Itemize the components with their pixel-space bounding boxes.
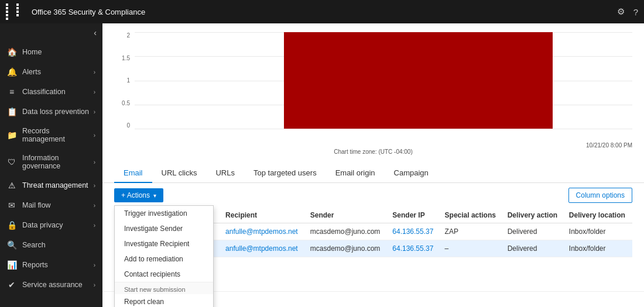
sidebar-item-mail-flow[interactable]: ✉ Mail flow › [0,195,102,215]
column-header-sender-ip: Sender IP [388,208,440,223]
sidebar-item-information-governance[interactable]: 🛡 Information governance › [0,149,102,175]
chevron-down-icon: › [94,202,95,209]
sidebar-item-label: Search [22,241,95,249]
chart-plot [135,32,632,129]
settings-icon[interactable]: ⚙ [617,6,625,17]
column-options-button[interactable]: Column options [568,188,632,203]
main-layout: ‹ 🏠 Home 🔔 Alerts › ≡ Classification › 📋… [0,23,644,307]
sidebar-item-search[interactable]: 🔍 Search [0,235,102,255]
main-content: 21.510.50 10/21/20 8:00 PM Chart time zo… [102,23,644,307]
column-header-recipient: Recipient [221,208,306,223]
chart-timezone: Chart time zone: (UTC -04:00) [114,149,632,155]
tab-email[interactable]: Email [114,164,152,183]
chevron-down-icon: › [94,262,95,268]
table-cell-link[interactable]: anfulle@mtpdemos.net [225,227,298,236]
tab-campaign[interactable]: Campaign [385,164,438,183]
column-header-sender: Sender [306,208,388,223]
reports-icon: 📊 [7,260,16,270]
table-cell: – [440,240,503,257]
sidebar-item-data-loss-prevention[interactable]: 📋 Data loss prevention › [0,102,102,122]
y-axis-label: 1.5 [114,55,130,61]
tabs-bar: EmailURL clicksURLsTop targeted usersEma… [102,164,644,183]
app-grid-icon [6,4,26,20]
table-cell: Delivered [503,223,564,240]
sidebar-item-label: Classification [22,88,94,96]
sidebar-item-threat-management[interactable]: ⚠ Threat management › [0,175,102,195]
sidebar-item-home[interactable]: 🏠 Home [0,42,102,62]
table-cell[interactable]: 64.136.55.37 [388,223,440,240]
sidebar-item-alerts[interactable]: 🔔 Alerts › [0,62,102,82]
collapse-icon: ‹ [94,28,97,37]
service-assurance-icon: ✔ [7,280,16,289]
data-loss-prevention-icon: 📋 [7,107,16,116]
y-axis-label: 0.5 [114,100,130,106]
dropdown-item-investigate-sender[interactable]: Investigate Sender [115,221,213,236]
actions-button[interactable]: + Actions ▾ [114,188,163,202]
table-cell-link[interactable]: anfulle@mtpdemos.net [225,244,298,253]
toolbar: + Actions ▾ Trigger investigationInvesti… [102,183,644,208]
sidebar: ‹ 🏠 Home 🔔 Alerts › ≡ Classification › 📋… [0,23,102,307]
sidebar-item-label: Data loss prevention [22,108,94,116]
sidebar-item-label: Information governance [22,154,94,170]
sidebar-item-label: Reports [22,261,94,269]
table-cell: Inbox/folder [564,240,632,257]
sidebar-item-service-assurance[interactable]: ✔ Service assurance › [0,275,102,295]
column-header-special-actions: Special actions [440,208,503,223]
sidebar-item-data-privacy[interactable]: 🔒 Data privacy › [0,215,102,235]
sidebar-item-records-management[interactable]: 📁 Records management › [0,122,102,149]
help-icon[interactable]: ? [633,7,638,17]
sidebar-item-label: Records management [22,127,94,143]
sidebar-item-reports[interactable]: 📊 Reports › [0,255,102,275]
y-axis-label: 2 [114,32,130,39]
chevron-down-icon: › [94,109,95,115]
chart-area: 21.510.50 10/21/20 8:00 PM Chart time zo… [102,23,644,164]
chevron-down-icon: › [94,132,95,139]
sidebar-item-label: Alerts [22,68,94,76]
threat-management-icon: ⚠ [7,181,16,190]
table-cell: mcasdemo@juno.com [306,240,388,257]
chevron-down-icon: › [94,182,95,189]
sidebar-item-classification[interactable]: ≡ Classification › [0,82,102,102]
chevron-down-icon: › [94,89,95,95]
table-cell-link[interactable]: 64.136.55.37 [392,227,433,236]
dropdown-item-report-clean[interactable]: Report clean [115,294,213,307]
chevron-down-icon: › [94,282,95,288]
column-header-delivery-action: Delivery action [503,208,564,223]
dropdown-item-trigger-investigation[interactable]: Trigger investigation [115,206,213,221]
chart-container: 21.510.50 [114,29,632,140]
tab-urls[interactable]: URLs [206,164,244,183]
actions-dropdown: Trigger investigationInvestigate SenderI… [114,205,214,307]
dropdown-item-contact-recipients[interactable]: Contact recipients [115,267,213,282]
chart-bar [284,32,553,129]
table-cell-link[interactable]: 64.136.55.37 [392,244,433,253]
y-axis-label: 1 [114,77,130,84]
table-cell: Delivered [503,240,564,257]
mail-flow-icon: ✉ [7,201,16,210]
gridline [135,129,632,129]
tab-email-origin[interactable]: Email origin [326,164,385,183]
records-management-icon: 📁 [7,130,16,140]
table-cell[interactable]: anfulle@mtpdemos.net [221,240,306,257]
dropdown-item-add-to-remediation[interactable]: Add to remediation [115,251,213,267]
data-privacy-icon: 🔒 [7,220,16,230]
y-axis: 21.510.50 [114,32,135,129]
information-governance-icon: 🛡 [7,157,16,167]
table-cell: mcasdemo@juno.com [306,223,388,240]
chevron-down-icon: › [94,159,95,165]
app-title: Office 365 Security & Compliance [32,8,617,16]
dropdown-item-investigate-recipient[interactable]: Investigate Recipient [115,236,213,251]
actions-chevron-icon: ▾ [153,192,156,199]
y-axis-label: 0 [114,122,130,129]
chevron-down-icon: › [94,69,95,75]
tab-top-targeted-users[interactable]: Top targeted users [244,164,326,183]
table-cell: Inbox/folder [564,223,632,240]
search-icon: 🔍 [7,240,16,250]
sidebar-collapse-button[interactable]: ‹ [0,23,102,42]
actions-label: + Actions [121,191,150,199]
tab-url-clicks[interactable]: URL clicks [152,164,207,183]
table-cell[interactable]: 64.136.55.37 [388,240,440,257]
topbar-icons: ⚙ ? [617,6,638,17]
chevron-down-icon: › [94,222,95,229]
column-header-delivery-location: Delivery location [564,208,632,223]
table-cell[interactable]: anfulle@mtpdemos.net [221,223,306,240]
